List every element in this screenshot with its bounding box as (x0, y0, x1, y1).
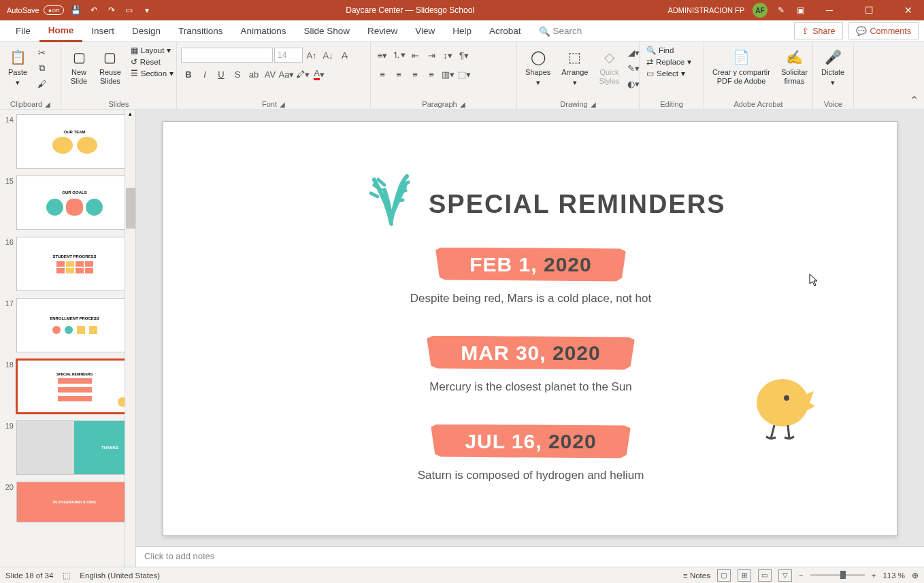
notes-pane[interactable]: Click to add notes (136, 546, 924, 567)
zoom-value[interactable]: 113 % (882, 571, 905, 580)
grow-font-icon[interactable]: A↑ (304, 48, 319, 63)
slide-counter[interactable]: Slide 18 of 34 (5, 571, 53, 580)
thumb-row[interactable]: 14OUR TEAM (0, 113, 135, 174)
slideshow-start-icon[interactable]: ▭ (124, 5, 135, 16)
thumb-row[interactable]: 16STUDENT PROGRESS (0, 235, 135, 297)
copy-icon[interactable]: ⧉ (34, 61, 49, 76)
thumb-14[interactable]: OUR TEAM (16, 114, 133, 169)
autosave-switch-off[interactable]: ● Off (44, 5, 64, 15)
smartart-icon[interactable]: ⬚▾ (457, 67, 472, 82)
autosave-toggle[interactable]: AutoSave ● Off (7, 5, 64, 15)
tab-insert[interactable]: Insert (82, 20, 123, 42)
tab-help[interactable]: Help (444, 20, 480, 42)
zoom-out-icon[interactable]: − (799, 571, 804, 580)
maximize-button[interactable]: ☐ (853, 0, 885, 20)
italic-icon[interactable]: I (197, 67, 212, 82)
sorter-view-icon[interactable]: ⊞ (738, 569, 751, 582)
zoom-slider[interactable] (810, 574, 865, 576)
comments-button[interactable]: 💬 Comments (848, 22, 919, 39)
font-size-combo[interactable]: 14 (274, 48, 303, 63)
minimize-button[interactable]: ─ (814, 0, 845, 20)
format-painter-icon[interactable]: 🖌 (34, 76, 49, 91)
text-dir-icon[interactable]: ¶▾ (457, 48, 472, 63)
shadow-icon[interactable]: ab (246, 67, 261, 82)
redo-icon[interactable]: ↷ (106, 5, 117, 16)
thumb-row[interactable]: 20PLAYGROUND ICONS (0, 480, 135, 528)
thumb-19[interactable]: THANKS (16, 420, 133, 475)
qat-more-icon[interactable]: ▾ (142, 5, 152, 16)
replace-button[interactable]: ⇄ Replace ▾ (644, 56, 694, 67)
bullets-icon[interactable]: ≡▾ (375, 48, 390, 63)
search-box[interactable]: 🔍 Search (530, 20, 591, 42)
share-button[interactable]: ⇪ Share (794, 22, 842, 39)
collapse-ribbon-icon[interactable]: ⌃ (910, 94, 919, 107)
shrink-font-icon[interactable]: A↓ (320, 48, 335, 63)
tab-design[interactable]: Design (123, 20, 169, 42)
paragraph-launcher-icon[interactable]: ◢ (460, 101, 465, 108)
thumb-row[interactable]: 17ENROLLMENT PROCESS (0, 297, 135, 358)
arrange-button[interactable]: ⬚Arrange▾ (557, 45, 592, 90)
thumb-18-selected[interactable]: SPECIAL REMINDERS (16, 359, 133, 414)
create-pdf-button[interactable]: 📄Crear y compartir PDF de Adobe (708, 45, 774, 88)
thumb-16[interactable]: STUDENT PROGRESS (16, 237, 133, 291)
dictate-button[interactable]: 🎤Dictate▾ (817, 45, 848, 90)
user-avatar[interactable]: AF (753, 3, 768, 18)
layout-button[interactable]: ▦ Layout ▾ (128, 45, 176, 56)
request-sign-button[interactable]: ✍Solicitar firmas (777, 45, 812, 88)
case-icon[interactable]: Aa▾ (279, 67, 294, 82)
reminder-1[interactable]: FEB 1, 2020 Despite being red, Mars is a… (395, 248, 667, 305)
thumb-scrollbar[interactable]: ▴ (125, 110, 135, 567)
align-right-icon[interactable]: ≡ (408, 67, 423, 82)
scroll-handle[interactable] (126, 188, 135, 229)
columns-icon[interactable]: ▥▾ (440, 67, 455, 82)
slide-title[interactable]: SPECIAL REMINDERS (429, 190, 726, 219)
tab-acrobat[interactable]: Acrobat (480, 20, 530, 42)
indent-icon[interactable]: ⇥ (424, 48, 439, 63)
quickstyles-button[interactable]: ◇Quick Styles (595, 45, 623, 88)
paste-button[interactable]: 📋Paste▾ (4, 45, 31, 90)
thumb-17[interactable]: ENROLLMENT PROCESS (16, 298, 133, 352)
select-button[interactable]: ▭ Select ▾ (644, 68, 694, 79)
zoom-handle[interactable] (840, 571, 846, 579)
tab-animations[interactable]: Animations (232, 20, 295, 42)
accessibility-icon[interactable]: ⬚ (63, 571, 70, 580)
thumb-row[interactable]: 15OUR GOALS (0, 174, 135, 235)
zoom-in-icon[interactable]: + (872, 571, 876, 580)
clear-format-icon[interactable]: A̶ (337, 48, 352, 63)
font-color-icon[interactable]: A▾ (312, 67, 327, 82)
tab-view[interactable]: View (406, 20, 444, 42)
spacing-icon[interactable]: AV (263, 67, 278, 82)
strike-icon[interactable]: S (230, 67, 245, 82)
undo-icon[interactable]: ↶ (88, 5, 99, 16)
thumb-row[interactable]: 19THANKS (0, 419, 135, 480)
thumb-20[interactable]: PLAYGROUND ICONS (16, 482, 133, 522)
reminder-text-3[interactable]: Saturn is composed of hydrogen and heliu… (395, 469, 667, 482)
justify-icon[interactable]: ≡ (424, 67, 439, 82)
font-launcher-icon[interactable]: ◢ (280, 101, 285, 108)
cut-icon[interactable]: ✂ (34, 45, 49, 60)
section-button[interactable]: ☰ Section ▾ (128, 68, 176, 79)
notes-toggle[interactable]: ≡ Notes (683, 571, 710, 580)
linespace-icon[interactable]: ↕▾ (440, 48, 455, 63)
numbering-icon[interactable]: ⒈▾ (391, 48, 406, 63)
bold-icon[interactable]: B (181, 67, 196, 82)
tab-home[interactable]: Home (39, 20, 83, 42)
tab-transitions[interactable]: Transitions (169, 20, 232, 42)
language-status[interactable]: English (United States) (80, 571, 160, 580)
shapes-button[interactable]: ◯Shapes▾ (521, 45, 555, 90)
align-center-icon[interactable]: ≡ (391, 67, 406, 82)
thumb-row[interactable]: 18SPECIAL REMINDERS (0, 358, 135, 419)
reset-button[interactable]: ↺ Reset (128, 56, 176, 67)
tab-review[interactable]: Review (359, 20, 406, 42)
clipboard-launcher-icon[interactable]: ◢ (45, 101, 50, 108)
reuse-slides-button[interactable]: ▢Reuse Slides (95, 45, 125, 88)
align-left-icon[interactable]: ≡ (375, 67, 390, 82)
font-name-combo[interactable] (181, 48, 273, 63)
ribbon-options-icon[interactable]: ▣ (795, 5, 806, 16)
outdent-icon[interactable]: ⇤ (408, 48, 423, 63)
slideshow-view-icon[interactable]: ▽ (778, 569, 792, 582)
save-icon[interactable]: 💾 (71, 5, 82, 16)
tab-file[interactable]: File (7, 20, 39, 42)
underline-icon[interactable]: U (214, 67, 229, 82)
reading-view-icon[interactable]: ▭ (758, 569, 772, 582)
